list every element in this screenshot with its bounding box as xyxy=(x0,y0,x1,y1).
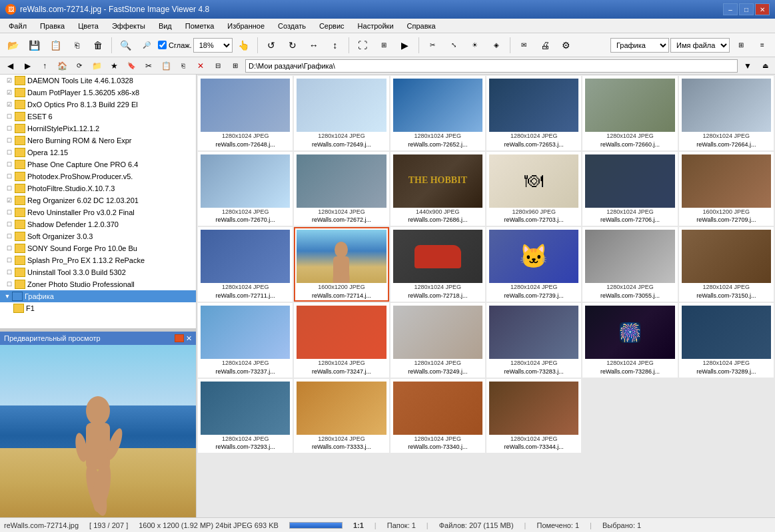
menu-effects[interactable]: Эффекты xyxy=(106,20,151,32)
nav-star[interactable]: ★ xyxy=(107,59,121,73)
nav-bookmarks[interactable]: 🔖 xyxy=(124,59,139,73)
nav-delete2[interactable]: ✕ xyxy=(193,59,208,73)
thumbnail-cell[interactable]: 1280x1024 JPEGreWalls.com-73333.j... xyxy=(294,379,388,453)
nav-back[interactable]: ◀ xyxy=(3,59,17,73)
tree-item[interactable]: ☐ Phase One Capture One PRO 6.4 xyxy=(0,158,196,170)
tool-rotate-left[interactable]: ↺ xyxy=(261,36,281,55)
tool-resize[interactable]: ⤡ xyxy=(444,36,464,55)
tool-fullscreen[interactable]: ⛶ xyxy=(353,36,373,55)
menu-help[interactable]: Справка xyxy=(401,20,442,32)
thumbnail-cell[interactable]: 1280x1024 JPEGreWalls.com-72711.j... xyxy=(198,227,293,302)
thumbnail-cell[interactable]: 1280x1024 JPEGreWalls.com-72648.j... xyxy=(198,76,293,150)
tree-item[interactable]: ☐ PhotoFiltre.Studio.X.10.7.3 xyxy=(0,182,196,194)
menu-colors[interactable]: Цвета xyxy=(72,20,105,32)
thumbnail-cell[interactable]: 🐱1280x1024 JPEGreWalls.com-72739.j... xyxy=(486,227,581,302)
tool-flip-v[interactable]: ↕ xyxy=(325,36,345,55)
tree-item[interactable]: ☑ Daum PotPlayer 1.5.36205 x86-x8 xyxy=(0,87,196,99)
thumbnail-cell[interactable]: 🍽1280x960 JPEGreWalls.com-72703.j... xyxy=(486,152,581,226)
smooth-checkbox[interactable] xyxy=(158,41,167,49)
thumbnail-cell[interactable]: 🎆1280x1024 JPEGreWalls.com-73286.j... xyxy=(582,303,677,378)
thumbnail-cell[interactable]: 1280x1024 JPEGreWalls.com-73150.j... xyxy=(679,227,774,302)
tool-slideshow[interactable]: ▶ xyxy=(395,36,415,55)
tree-item[interactable]: ☐ SONY Sound Forge Pro 10.0e Bu xyxy=(0,242,196,254)
tool-settings2[interactable]: ⚙ xyxy=(556,36,576,55)
tree-item-grafika[interactable]: ▼ Графика xyxy=(0,290,196,302)
tool-email[interactable]: ✉ xyxy=(514,36,534,55)
nav-up[interactable]: ↑ xyxy=(37,59,52,73)
tool-print[interactable]: 🖨 xyxy=(535,36,555,55)
thumbnail-cell[interactable]: 1280x1024 JPEGreWalls.com-72672.j... xyxy=(294,152,388,226)
tool-list[interactable]: ≡ xyxy=(752,36,772,55)
tool-grid[interactable]: ⊞ xyxy=(731,36,751,55)
thumbnail-cell[interactable]: 1280x1024 JPEGreWalls.com-73283.j... xyxy=(486,303,581,378)
thumbnail-cell[interactable]: 1600x1200 JPEGreWalls.com-72714.j... xyxy=(294,227,388,302)
thumbnail-cell[interactable]: 1280x1024 JPEGreWalls.com-73237.j... xyxy=(198,303,293,378)
tree-item[interactable]: ☐ Shadow Defender 1.2.0.370 xyxy=(0,218,196,230)
tool-delete[interactable]: 🗑 xyxy=(88,36,108,55)
tree-item[interactable]: ☑ DAEMON Tools Lite 4.46.1.0328 xyxy=(0,75,196,87)
thumbnail-cell[interactable]: 1280x1024 JPEGreWalls.com-73055.j... xyxy=(582,227,677,302)
thumbnail-cell[interactable]: 1280x1024 JPEGreWalls.com-72653.j... xyxy=(486,76,581,150)
nav-home[interactable]: 🏠 xyxy=(55,59,69,73)
preview-close[interactable]: ✕ xyxy=(186,334,192,343)
close-button[interactable]: ✕ xyxy=(755,3,770,15)
tool-flip-h[interactable]: ↔ xyxy=(304,36,324,55)
menu-edit[interactable]: Правка xyxy=(34,20,71,32)
thumbnail-cell[interactable]: 1280x1024 JPEGreWalls.com-72649.j... xyxy=(294,76,388,150)
tree-item[interactable]: ☐ Photodex.ProShow.Producer.v5. xyxy=(0,170,196,182)
tool-copy[interactable]: 📋 xyxy=(45,36,65,55)
nav-paste2[interactable]: ⎗ xyxy=(176,59,191,73)
tool-crop[interactable]: ✂ xyxy=(422,36,442,55)
tool-zoom-out[interactable]: 🔎 xyxy=(137,36,157,55)
thumbnail-cell[interactable]: 1280x1024 JPEGreWalls.com-72652.j... xyxy=(390,76,485,150)
tree-item[interactable]: ☐ Opera 12.15 xyxy=(0,146,196,158)
tool-save[interactable]: 💾 xyxy=(24,36,44,55)
menu-favorites[interactable]: Избранное xyxy=(221,20,271,32)
tree-item[interactable]: ☐ Nero Burning ROM & Nero Expr xyxy=(0,134,196,146)
tool-paste[interactable]: ⎗ xyxy=(67,36,87,55)
nav-copy2[interactable]: 📋 xyxy=(159,59,173,73)
menu-mark[interactable]: Пометка xyxy=(179,20,221,32)
thumbnail-cell[interactable]: 1280x1024 JPEGreWalls.com-73249.j... xyxy=(390,303,485,378)
thumbnail-cell[interactable]: 1280x1024 JPEGreWalls.com-73293.j... xyxy=(198,379,293,453)
nav-multirow[interactable]: ⊟ xyxy=(211,59,225,73)
menu-create[interactable]: Создать xyxy=(272,20,312,32)
tool-brightness[interactable]: ☀ xyxy=(465,36,485,55)
tree-item[interactable]: ☐ Zoner Photo Studio Professionall xyxy=(0,278,196,290)
tree-item[interactable]: ☐ Splash Pro_Pro EX 1.13.2 RePacke xyxy=(0,254,196,266)
thumbnail-cell[interactable]: THE HOBBIT1440x900 JPEGreWalls.com-72686… xyxy=(390,152,485,226)
thumbnail-cell[interactable]: 1280x1024 JPEGreWalls.com-72670.j... xyxy=(198,152,293,226)
menu-tools[interactable]: Сервис xyxy=(313,20,351,32)
thumbnail-cell[interactable]: 1280x1024 JPEGreWalls.com-73340.j... xyxy=(390,379,485,453)
tree-item[interactable]: ☑ Reg Organizer 6.02 DC 12.03.201 xyxy=(0,194,196,206)
thumbnail-cell[interactable]: 1280x1024 JPEGreWalls.com-72706.j... xyxy=(582,152,677,226)
nav-path-dropdown[interactable]: ▼ xyxy=(740,59,755,73)
nav-forward[interactable]: ▶ xyxy=(20,59,35,73)
tree-item[interactable]: ☐ Uninstall Tool 3.3.0 Build 5302 xyxy=(0,266,196,278)
thumbnail-cell[interactable]: 1280x1024 JPEGreWalls.com-73289.j... xyxy=(679,303,774,378)
maximize-button[interactable]: □ xyxy=(739,3,754,15)
thumbnail-cell[interactable]: 1280x1024 JPEGreWalls.com-72660.j... xyxy=(582,76,677,150)
thumbnail-cell[interactable]: 1280x1024 JPEGreWalls.com-72718.j... xyxy=(390,227,485,302)
thumbnail-cell[interactable]: 1280x1024 JPEGreWalls.com-73247.j... xyxy=(294,303,388,378)
tree-item-f1[interactable]: F1 xyxy=(0,302,196,314)
thumbnail-cell[interactable]: 1600x1200 JPEGreWalls.com-72709.j... xyxy=(679,152,774,226)
menu-file[interactable]: Файл xyxy=(3,20,33,32)
thumbnail-cell[interactable]: 1280x1024 JPEGreWalls.com-72664.j... xyxy=(679,76,774,150)
sort-combo[interactable]: Имя файла Дата Размер xyxy=(670,38,730,53)
tool-open[interactable]: 📂 xyxy=(3,36,23,55)
tool-zoom-in[interactable]: 🔍 xyxy=(115,36,135,55)
nav-grid2[interactable]: ⊞ xyxy=(228,59,243,73)
tool-compare[interactable]: ⊞ xyxy=(374,36,394,55)
thumbnail-cell[interactable]: 1280x1024 JPEGreWalls.com-73344.j... xyxy=(486,379,581,453)
tool-cursor[interactable]: 👆 xyxy=(234,36,254,55)
menu-view[interactable]: Вид xyxy=(153,20,178,32)
smooth-checkbox-label[interactable]: Сглаж. xyxy=(158,41,192,49)
tree-item[interactable]: ☐ Revo Uninstaller Pro v3.0.2 Final xyxy=(0,206,196,218)
tree-item[interactable]: ☐ HornilStylePix1.12.1.2 xyxy=(0,123,196,134)
nav-refresh[interactable]: ⟳ xyxy=(72,59,87,73)
nav-folder-open[interactable]: 📁 xyxy=(89,59,104,73)
tool-rotate-right[interactable]: ↻ xyxy=(283,36,303,55)
tree-item[interactable]: ☐ Soft Organizer 3.0.3 xyxy=(0,230,196,242)
zoom-combo[interactable]: 18% 25% 50% 100% xyxy=(193,38,233,53)
